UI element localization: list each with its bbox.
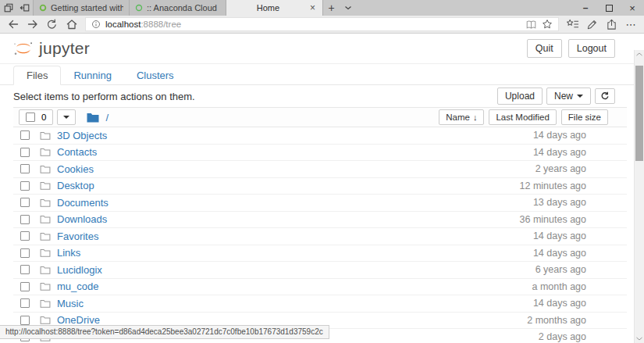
row-checkbox[interactable]: [20, 248, 30, 258]
folder-icon: [40, 282, 51, 291]
jupyter-page: jupyter Quit Logout Files Running Cluste…: [0, 33, 644, 343]
page-scrollbar[interactable]: [634, 50, 644, 343]
set-tabs-aside-icon[interactable]: [16, 0, 33, 16]
select-all-button[interactable]: 0: [19, 109, 53, 125]
file-row: Contacts 14 days ago: [13, 145, 627, 162]
hub-favorites-icon[interactable]: [563, 16, 582, 32]
row-checkbox[interactable]: [20, 316, 30, 325]
site-info-icon[interactable]: [91, 20, 101, 29]
more-menu-icon[interactable]: ⋯: [621, 16, 641, 32]
row-checkbox[interactable]: [20, 265, 30, 274]
row-checkbox[interactable]: [20, 164, 30, 173]
maximize-button[interactable]: [597, 0, 621, 16]
scrollbar-thumb[interactable]: [635, 66, 643, 161]
tabbar-spacer: [356, 0, 574, 16]
last-modified-text: 12 minutes ago: [469, 180, 586, 191]
jupyter-logo[interactable]: jupyter: [13, 39, 90, 58]
selected-count: 0: [41, 113, 46, 122]
row-checkbox[interactable]: [20, 148, 30, 157]
tab-title: :: Anaconda Cloud: [147, 3, 220, 13]
home-icon[interactable]: [62, 16, 81, 32]
close-window-button[interactable]: ×: [621, 0, 644, 16]
status-bar-url: http://localhost:8888/tree?token=d86ad4d…: [0, 325, 329, 339]
select-filter-dropdown[interactable]: [57, 109, 76, 125]
url-path: :8888/tree: [141, 20, 181, 29]
file-name-link[interactable]: Links: [57, 247, 80, 259]
sort-by-size-button[interactable]: File size: [561, 109, 608, 125]
scroll-down-icon[interactable]: [635, 337, 644, 341]
upload-button[interactable]: Upload: [497, 88, 543, 105]
share-icon[interactable]: [602, 16, 621, 32]
jupyter-tabs: Files Running Clusters: [0, 66, 644, 85]
close-tab-icon[interactable]: ×: [308, 3, 317, 13]
favorite-star-icon[interactable]: [542, 19, 553, 30]
refresh-list-button[interactable]: [595, 88, 615, 104]
tab-list-chevron-icon[interactable]: [340, 0, 356, 16]
tab-files[interactable]: Files: [13, 66, 61, 85]
row-checkbox[interactable]: [20, 198, 30, 207]
sort-descending-icon: ↓: [473, 113, 478, 122]
row-checkbox[interactable]: [20, 282, 30, 291]
browser-tab-getting-started[interactable]: Getting started with Anacon: [33, 0, 130, 16]
file-name-link[interactable]: Music: [57, 298, 84, 309]
forward-icon[interactable]: [23, 16, 42, 32]
file-name-link[interactable]: Lucidlogix: [57, 264, 102, 276]
folder-icon: [40, 215, 51, 223]
new-dropdown-button[interactable]: New: [546, 88, 591, 105]
file-name-link[interactable]: Contacts: [57, 146, 97, 158]
breadcrumb-root-link[interactable]: /: [105, 112, 109, 123]
web-note-pen-icon[interactable]: [582, 16, 602, 32]
file-name-link[interactable]: Favorites: [57, 230, 98, 242]
browser-tab-anaconda-cloud[interactable]: :: Anaconda Cloud: [130, 0, 226, 16]
jupyter-logo-icon: [13, 40, 34, 57]
jupyter-logo-text: jupyter: [39, 39, 90, 58]
quit-button[interactable]: Quit: [527, 39, 562, 58]
file-name-link[interactable]: Downloads: [57, 213, 107, 225]
new-tab-button[interactable]: +: [323, 0, 340, 16]
tab-clusters[interactable]: Clusters: [124, 66, 187, 84]
breadcrumb-folder-icon[interactable]: [87, 113, 99, 123]
row-checkbox[interactable]: [20, 181, 30, 191]
logout-button[interactable]: Logout: [568, 39, 615, 58]
file-row: 3D Objects 14 days ago: [13, 127, 627, 145]
address-input[interactable]: localhost:8888/tree: [85, 17, 559, 31]
select-items-hint: Select items to perform actions on them.: [13, 91, 195, 102]
scroll-up-icon[interactable]: [635, 52, 644, 56]
refresh-icon[interactable]: [42, 16, 62, 32]
browser-tab-home[interactable]: Home ×: [226, 0, 323, 16]
file-name-link[interactable]: Documents: [57, 197, 109, 209]
minimize-button[interactable]: –: [574, 0, 597, 16]
file-name-link[interactable]: mu_code: [57, 280, 98, 292]
last-modified-text: 6 years ago: [469, 264, 586, 275]
last-modified-text: 2 days ago: [469, 331, 586, 342]
reading-view-icon[interactable]: [525, 20, 537, 30]
row-checkbox[interactable]: [20, 298, 30, 308]
folder-icon: [40, 131, 51, 140]
back-icon[interactable]: [3, 16, 23, 32]
last-modified-text: 14 days ago: [469, 248, 586, 259]
sort-by-name-button[interactable]: Name ↓: [439, 109, 484, 125]
folder-icon: [40, 248, 51, 257]
file-list-header: 0 / Name ↓ Last Modified File size: [13, 107, 627, 127]
folder-icon: [40, 198, 51, 207]
file-row: Downloads 36 minutes ago: [13, 212, 627, 229]
tab-title: Getting started with Anacon: [51, 3, 123, 13]
tab-running[interactable]: Running: [61, 66, 123, 84]
row-checkbox[interactable]: [20, 231, 30, 241]
file-row: Lucidlogix 6 years ago: [13, 262, 627, 279]
sort-by-modified-button[interactable]: Last Modified: [489, 109, 556, 125]
file-name-link[interactable]: Desktop: [57, 180, 94, 191]
file-name-link[interactable]: OneDrive: [57, 314, 100, 326]
row-checkbox[interactable]: [20, 130, 30, 140]
file-name-link[interactable]: 3D Objects: [57, 130, 107, 141]
jupyter-action-bar: Select items to perform actions on them.…: [0, 85, 644, 107]
file-row: Links 14 days ago: [13, 245, 627, 263]
select-all-checkbox[interactable]: [26, 113, 35, 122]
row-checkbox[interactable]: [20, 215, 30, 224]
file-row: Music 14 days ago: [13, 295, 627, 313]
folder-icon: [40, 266, 51, 274]
file-name-link[interactable]: Cookies: [57, 163, 94, 175]
tab-preview-icon[interactable]: [0, 0, 16, 16]
caret-down-icon: [63, 116, 69, 119]
new-dropdown-label: New: [554, 91, 573, 102]
